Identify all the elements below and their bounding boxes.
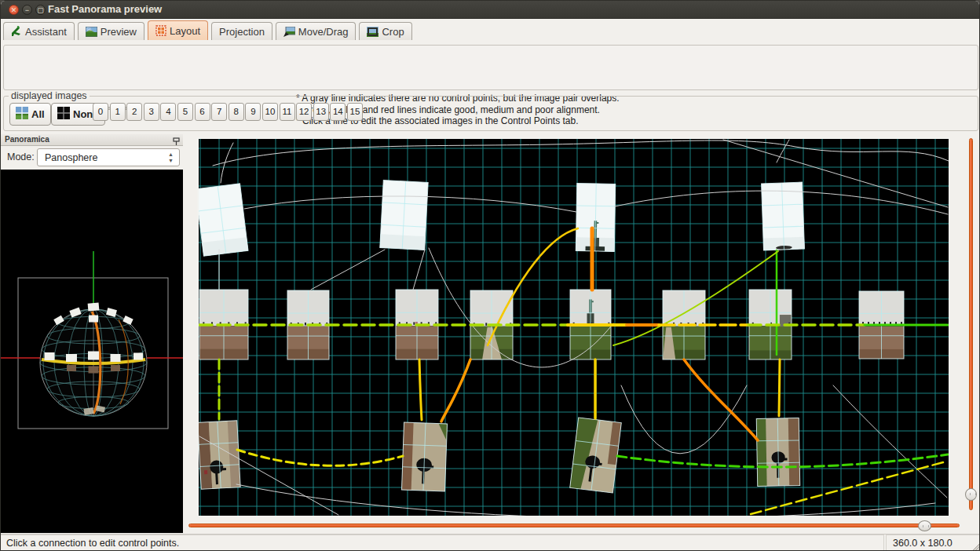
image-toggle-12[interactable]: 12 <box>296 103 312 121</box>
image-toggle-11[interactable]: 11 <box>280 103 295 121</box>
tab-bar: AssistantGLPreviewLayoutProjectionMove/D… <box>3 20 415 40</box>
assistant-icon <box>11 26 22 37</box>
connection-line[interactable] <box>213 140 949 166</box>
image-toggle-6[interactable]: 6 <box>195 103 210 121</box>
displayed-images-label: displayed images <box>9 90 90 101</box>
yaw-slider-handle[interactable] <box>918 520 931 531</box>
image-tile[interactable] <box>762 182 805 250</box>
no-images-icon <box>57 107 70 122</box>
image-toggle-4[interactable]: 4 <box>160 103 176 121</box>
connection-line[interactable] <box>833 385 947 498</box>
image-toggle-1[interactable]: 1 <box>110 103 126 121</box>
mode-value: Panosphere <box>45 152 97 163</box>
pitch-slider-handle[interactable] <box>965 488 977 501</box>
image-toggle-14[interactable]: 14 <box>330 103 346 121</box>
tab-label: Crop <box>382 26 404 38</box>
crop-icon <box>367 27 378 37</box>
tab-projection[interactable]: Projection <box>211 22 272 40</box>
tab-label: Projection <box>219 26 265 38</box>
image-tile[interactable] <box>380 181 428 250</box>
tab-label: Assistant <box>25 26 67 38</box>
tab-label: Layout <box>170 25 200 37</box>
layout-canvas[interactable] <box>197 137 950 517</box>
window: ✕ − ▢ Fast Panorama preview AssistantGLP… <box>0 0 980 551</box>
image-tile[interactable] <box>402 422 448 491</box>
preview-icon: GL <box>86 27 97 37</box>
movedrag-icon <box>283 27 295 37</box>
panosphere-panel: Panoramica Mode: Panosphere ▲▼ <box>1 134 183 533</box>
spinner-arrows-icon: ▲▼ <box>168 151 174 164</box>
yaw-slider-track[interactable] <box>188 524 960 527</box>
image-toggle-8[interactable]: 8 <box>229 103 244 121</box>
image-toggle-13[interactable]: 13 <box>313 103 329 121</box>
mode-select[interactable]: Panosphere ▲▼ <box>37 148 180 166</box>
pitch-slider-track[interactable] <box>969 138 973 510</box>
image-toggle-0[interactable]: 0 <box>93 103 108 121</box>
connection-line[interactable] <box>413 250 425 290</box>
connection-line[interactable] <box>723 140 948 207</box>
image-tile[interactable] <box>756 418 799 487</box>
window-title: Fast Panorama preview <box>48 3 162 15</box>
info-box: Scale: * A gray line indicates there are… <box>3 45 978 90</box>
minimize-button[interactable]: − <box>22 5 32 15</box>
image-tile[interactable] <box>199 421 240 490</box>
image-toggle-2[interactable]: 2 <box>126 103 142 121</box>
connection-line[interactable] <box>419 359 422 420</box>
all-images-icon <box>16 107 28 122</box>
all-button-label: All <box>31 108 45 120</box>
show-all-button[interactable]: All <box>9 103 51 126</box>
tab-assistant[interactable]: Assistant <box>3 22 75 40</box>
connection-line[interactable] <box>779 359 780 416</box>
tab-move-drag[interactable]: Move/Drag <box>276 22 357 40</box>
connection-line[interactable] <box>237 450 403 465</box>
pitch-slider[interactable] <box>964 137 978 516</box>
image-toggle-7[interactable]: 7 <box>211 103 227 121</box>
svg-text:GL: GL <box>86 27 92 31</box>
panel-title: Panoramica <box>5 135 49 144</box>
image-toggle-3[interactable]: 3 <box>144 103 159 121</box>
tab-preview[interactable]: GLPreview <box>78 22 144 40</box>
yaw-slider[interactable] <box>187 518 964 532</box>
image-toggle-15[interactable]: 15 <box>347 103 363 121</box>
close-button[interactable]: ✕ <box>9 5 19 15</box>
resize-grip[interactable] <box>971 542 979 550</box>
sphere-preview[interactable] <box>1 170 183 533</box>
status-bar: Click a connection to edit control point… <box>1 534 980 551</box>
mode-row: Mode: Panosphere ▲▼ <box>1 146 183 170</box>
image-tile[interactable] <box>199 184 248 256</box>
tab-label: Preview <box>101 26 137 38</box>
mode-label: Mode: <box>7 151 35 162</box>
status-message: Click a connection to edit control point… <box>1 535 884 551</box>
image-tile[interactable] <box>570 418 622 493</box>
tab-label: Move/Drag <box>298 26 349 38</box>
layout-icon <box>155 25 166 36</box>
panel-header: Panoramica <box>1 134 183 146</box>
connection-line[interactable] <box>311 250 385 290</box>
image-toggle-10[interactable]: 10 <box>262 103 278 121</box>
image-toggle-5[interactable]: 5 <box>177 103 193 121</box>
maximize-button[interactable]: ▢ <box>35 5 46 15</box>
displayed-images-group: displayed images All None 01234567891011… <box>3 96 978 131</box>
titlebar: ✕ − ▢ Fast Panorama preview <box>1 1 979 19</box>
tab-crop[interactable]: Crop <box>359 22 411 40</box>
fov-readout: 360.0 x 180.0 <box>886 535 980 551</box>
image-toggle-9[interactable]: 9 <box>245 103 261 121</box>
tab-layout[interactable]: Layout <box>148 20 208 40</box>
image-tile[interactable] <box>576 184 615 252</box>
image-toggle-row: 0123456789101112131415 <box>93 103 364 121</box>
